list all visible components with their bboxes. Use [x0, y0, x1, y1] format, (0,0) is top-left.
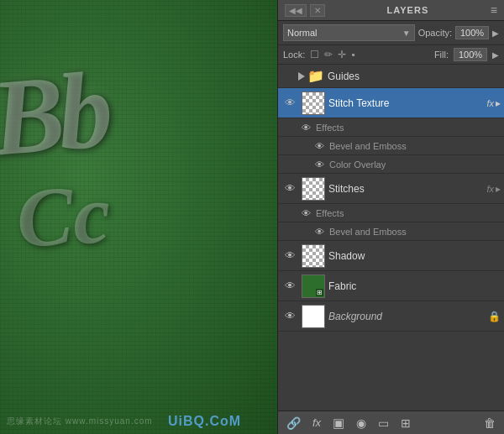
eye-effects-stitch[interactable]: 👁 — [302, 123, 311, 133]
lock-badge-background: 🔒 — [488, 311, 501, 322]
layer-item-fabric[interactable]: 👁 ⊞ Fabric — [278, 271, 504, 301]
opacity-label: Opacity: — [418, 28, 452, 38]
eye-icon-background[interactable]: 👁 — [285, 310, 296, 322]
layer-item-guides[interactable]: 📁 Guides — [278, 65, 504, 88]
effect-name-bevel-stitch: Bevel and Emboss — [329, 141, 407, 151]
effects-label-stitch: Effects — [316, 123, 344, 133]
layer-item-background[interactable]: 👁 Background 🔒 — [278, 301, 504, 332]
group-expand-arrow-guides[interactable] — [298, 72, 305, 81]
blend-mode-arrow: ▼ — [402, 29, 411, 38]
thumb-checker-shadow — [302, 245, 324, 267]
lock-all-icon[interactable]: ▪ — [351, 49, 354, 60]
folder-icon-guides: 📁 — [307, 68, 324, 84]
layer-item-shadow[interactable]: 👁 Shadow — [278, 241, 504, 271]
canvas-deco-text2: Cc — [14, 165, 113, 267]
blend-mode-value: Normal — [287, 28, 317, 38]
lock-row: Lock: ☐ ✏ ✛ ▪ Fill: 100% ▶ — [278, 45, 504, 65]
eye-effects-stitches[interactable]: 👁 — [302, 208, 311, 218]
effect-color-overlay-stitch[interactable]: 👁 Color Overlay — [278, 155, 504, 174]
layer-name-stitch-texture: Stitch Texture — [328, 97, 483, 109]
stitches-right-arrow: ▸ — [496, 183, 501, 195]
effect-name-color-overlay: Color Overlay — [329, 159, 386, 170]
thumb-stitches — [302, 177, 325, 201]
canvas-deco-text: Bb — [0, 45, 111, 180]
effects-label-stitches: Effects — [316, 208, 344, 218]
lock-position-icon[interactable]: ✛ — [338, 49, 346, 60]
thumb-background — [302, 305, 325, 328]
delete-layer-btn[interactable]: 🗑 — [480, 415, 499, 431]
layer-effects-btn[interactable]: fx — [309, 415, 324, 431]
close-panel-btn[interactable]: ✕ — [310, 4, 325, 17]
thumb-stitch-texture — [302, 92, 325, 115]
eye-icon-stitch-texture[interactable]: 👁 — [285, 97, 296, 109]
stitch-texture-right-arrow: ▸ — [496, 97, 501, 109]
layer-name-stitches: Stitches — [328, 183, 483, 195]
eye-col-fabric[interactable]: 👁 — [281, 280, 298, 292]
layer-name-background: Background — [328, 311, 485, 322]
thumb-checker-stitches — [302, 178, 324, 200]
thumb-white-background — [302, 306, 324, 327]
group-btn[interactable]: ▭ — [375, 415, 392, 431]
thumb-fabric-icon: ⊞ — [316, 289, 323, 296]
eye-icon-fabric[interactable]: 👁 — [285, 280, 296, 292]
blend-mode-row: Normal ▼ Opacity: 100% ▶ — [278, 21, 504, 45]
panel-title: LAYERS — [387, 5, 429, 15]
blend-mode-select[interactable]: Normal ▼ — [283, 24, 415, 41]
fill-input[interactable]: 100% — [454, 48, 487, 61]
canvas-watermark: 思缘素材论坛 www.missyuan.com — [7, 416, 153, 427]
eye-bevel-stitches[interactable]: 👁 — [315, 227, 324, 237]
double-left-btn[interactable]: ◀◀ — [285, 4, 307, 17]
opacity-arrow[interactable]: ▶ — [492, 29, 499, 38]
fill-arrow[interactable]: ▶ — [492, 50, 499, 60]
layer-name-shadow: Shadow — [328, 250, 501, 262]
layer-name-fabric: Fabric — [328, 280, 501, 292]
effects-header-stitches: 👁 Effects — [278, 204, 504, 222]
layers-panel: ◀◀ ✕ LAYERS ≡ Normal ▼ Opacity: 100% ▶ L… — [277, 0, 504, 434]
eye-col-stitches[interactable]: 👁 — [281, 182, 298, 195]
layer-mask-btn[interactable]: ▣ — [329, 414, 348, 432]
effect-name-bevel-stitches: Bevel and Emboss — [329, 227, 407, 237]
effect-bevel-emboss-stitches[interactable]: 👁 Bevel and Emboss — [278, 222, 504, 241]
bottom-toolbar: 🔗 fx ▣ ◉ ▭ ⊞ 🗑 — [278, 410, 504, 434]
fx-badge-stitches: fx — [486, 184, 494, 194]
adjustment-btn[interactable]: ◉ — [353, 415, 370, 431]
panel-menu-icon[interactable]: ≡ — [491, 3, 497, 17]
effects-header-stitch-texture: 👁 Effects — [278, 118, 504, 137]
thumb-fabric: ⊞ — [302, 275, 325, 298]
opacity-input[interactable]: 100% — [455, 26, 489, 39]
panel-collapse-buttons: ◀◀ ✕ — [285, 4, 325, 17]
eye-icon-shadow[interactable]: 👁 — [285, 249, 296, 262]
eye-col-background[interactable]: 👁 — [281, 310, 298, 322]
eye-color-overlay-stitch[interactable]: 👁 — [315, 159, 324, 170]
effect-bevel-emboss-stitch[interactable]: 👁 Bevel and Emboss — [278, 137, 504, 155]
thumb-shadow — [302, 244, 325, 268]
fx-badge-stitch-texture: fx — [486, 98, 494, 108]
layers-list: 📁 Guides 👁 Stitch Texture fx ▸ 👁 Effects… — [278, 65, 504, 410]
eye-col-shadow[interactable]: 👁 — [281, 249, 298, 262]
canvas-area: Bb Cc 思缘素材论坛 www.missyuan.com — [0, 0, 277, 434]
layer-item-stitches[interactable]: 👁 Stitches fx ▸ — [278, 174, 504, 204]
eye-icon-stitches[interactable]: 👁 — [285, 182, 296, 195]
layer-item-stitch-texture[interactable]: 👁 Stitch Texture fx ▸ — [278, 88, 504, 118]
uibq-watermark: UiBQ.CoM — [168, 414, 241, 429]
thumb-checker-stitch-texture — [302, 92, 324, 114]
lock-transparent-icon[interactable]: ☐ — [310, 49, 319, 60]
eye-bevel-stitch[interactable]: 👁 — [315, 141, 324, 151]
lock-image-icon[interactable]: ✏ — [324, 49, 333, 60]
link-layers-btn[interactable]: 🔗 — [283, 415, 304, 431]
eye-col-stitch-texture[interactable]: 👁 — [281, 97, 298, 109]
thumb-fabric-bg: ⊞ — [302, 275, 324, 297]
lock-label: Lock: — [283, 50, 305, 60]
fill-label: Fill: — [434, 50, 449, 60]
layer-name-guides: Guides — [328, 71, 501, 82]
panel-header: ◀◀ ✕ LAYERS ≡ — [278, 0, 504, 21]
new-layer-btn[interactable]: ⊞ — [397, 415, 414, 431]
